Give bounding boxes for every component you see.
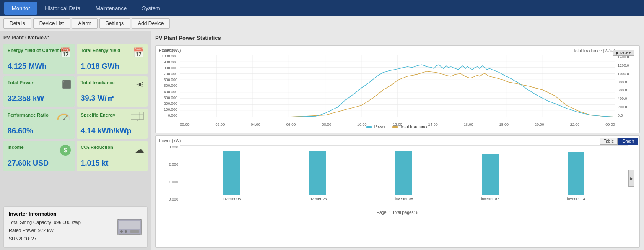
more-button[interactable]: ▶ MORE (613, 50, 634, 56)
legend-irradiance: Total Irradiance (392, 125, 428, 129)
kpi-performance-ratio-value: 86.60% (8, 127, 70, 135)
sub-tabs: Details Device List Alarm Settings Add D… (0, 16, 644, 31)
overview-title: PV Plant Overview: (3, 35, 148, 41)
svg-text:$: $ (64, 147, 67, 154)
legend-power-label: Power (374, 125, 386, 129)
kpi-energy-yield-day-value: 4.125 MWh (8, 62, 70, 71)
bar-08-rect (395, 151, 412, 195)
kpi-total-irradiance: Total Irradiance 39.3 W/㎡ ☀ (77, 76, 148, 107)
kpi-energy-yield-day: Energy Yield of Current Day 4.125 MWh 📅 (3, 44, 75, 74)
string-capacity-label: Total String Capacity: (9, 220, 52, 225)
nav-system[interactable]: System (134, 2, 167, 15)
kpi-co2-reduction-value: 1.015 kt (81, 159, 144, 168)
kpi-income: Income 27.60k USD $ (3, 141, 75, 171)
main-layout: PV Plant Overview: Energy Yield of Curre… (0, 31, 644, 250)
kpi-performance-ratio: Performance Ratio 86.60% (3, 109, 75, 139)
bar-07-label: inverter-07 (481, 197, 499, 201)
bar-05-label: inverter-05 (223, 197, 241, 201)
solar-panel-icon: ⬛ (62, 80, 71, 89)
tab-add-device[interactable]: Add Device (132, 18, 170, 29)
kpi-total-power-value: 32.358 kW (8, 94, 70, 103)
solar-panel2-icon (131, 112, 144, 123)
right-panel: PV Plant Power Statistics Power (kW) Tot… (151, 31, 644, 250)
left-panel: PV Plant Overview: Energy Yield of Curre… (0, 31, 151, 250)
nav-maintenance[interactable]: Maintenance (88, 2, 134, 15)
bar-y-axis-label: Power (kW) (159, 138, 181, 143)
y-axis-left: 1100.000 1000.000 900.000 800.000 700.00… (159, 48, 179, 117)
tab-alarm[interactable]: Alarm (72, 18, 97, 29)
kpi-co2-reduction-label: CO₂ Reduction (81, 144, 144, 150)
bar-inverter-23: inverter-23 (309, 151, 327, 201)
nav-monitor[interactable]: Monitor (4, 2, 37, 15)
inverter-info-box: Inverter Information Total String Capaci… (3, 206, 148, 248)
kpi-total-irradiance-value: 39.3 W/㎡ (81, 93, 144, 103)
sun2000-label: SUN2000: (9, 236, 30, 241)
bar-inverter-07: inverter-07 (481, 154, 499, 201)
nav-arrow[interactable]: ▶ (628, 170, 634, 187)
bar-chart-container: Table Graph Power (kW) 3.000 2.000 1.000… (155, 135, 640, 248)
tab-device-list[interactable]: Device List (33, 18, 70, 29)
inverter-details: Total String Capacity: 996.000 kWp Rated… (9, 219, 81, 243)
svg-line-1 (64, 115, 67, 120)
svg-point-14 (125, 230, 127, 233)
y-axis-right-label: Total Irradiance (W/㎡) (573, 48, 615, 54)
bar-23-label: inverter-23 (309, 197, 327, 201)
calendar-icon: 📅 (60, 47, 71, 58)
dollar-icon: $ (60, 144, 71, 159)
bar-07-rect (482, 154, 499, 195)
legend-power-color (366, 126, 372, 128)
bar-inverter-08: inverter-08 (395, 151, 413, 201)
bar-chart-wrap: Power (kW) 3.000 2.000 1.000 0.000 (159, 138, 636, 218)
cloud-icon: ☁ (135, 144, 144, 155)
bar-05-rect (223, 151, 240, 195)
kpi-co2-reduction: CO₂ Reduction 1.015 kt ☁ (77, 141, 148, 171)
power-chart-title: PV Plant Power Statistics (155, 35, 640, 41)
rated-power-label: Rated Power: (9, 228, 37, 233)
pagination: Page: 1 Total pages: 6 (377, 210, 418, 215)
sun-icon: ☀ (136, 80, 144, 91)
string-capacity-value: 996.000 kWp (54, 220, 81, 225)
chart-legend: Power Total Irradiance (366, 125, 429, 129)
bar-inverter-05: inverter-05 (223, 151, 241, 201)
kpi-specific-energy: Specific Energy 4.14 kWh/kWp (77, 109, 148, 139)
legend-irradiance-label: Total Irradiance (400, 125, 428, 129)
svg-rect-2 (131, 112, 143, 120)
nav-historical-data[interactable]: Historical Data (37, 2, 88, 15)
kpi-total-irradiance-label: Total Irradiance (81, 80, 144, 86)
kpi-total-energy-yield: Total Energy Yield 1.018 GWh 📅 (77, 44, 148, 74)
svg-rect-15 (130, 230, 139, 233)
kpi-total-power-label: Total Power (8, 80, 70, 86)
top-nav: Monitor Historical Data Maintenance Syst… (0, 0, 644, 16)
kpi-total-power: Total Power 32.358 kW ⬛ (3, 76, 75, 107)
inverter-title: Inverter Information (9, 211, 81, 217)
tab-details[interactable]: Details (3, 18, 31, 29)
kpi-specific-energy-value: 4.14 kWh/kWp (81, 127, 144, 135)
bar-23-rect (309, 151, 326, 195)
legend-power: Power (366, 125, 386, 129)
rated-power-value: 972 kW (38, 228, 54, 233)
svg-rect-12 (119, 221, 140, 229)
bar-inverter-14: inverter-14 (567, 152, 585, 201)
kpi-grid: Energy Yield of Current Day 4.125 MWh 📅 … (3, 44, 148, 171)
bar-14-label: inverter-14 (567, 197, 585, 201)
sun2000-value: 27 (31, 236, 36, 241)
kpi-total-energy-yield-value: 1.018 GWh (81, 62, 144, 71)
bar-14-rect (568, 152, 584, 195)
y-axis-right: 1400.0 1200.0 1000.0 800.0 600.0 400.0 2… (616, 55, 636, 117)
calendar2-icon: 📅 (133, 47, 144, 58)
tab-settings[interactable]: Settings (99, 18, 130, 29)
kpi-income-value: 27.60k USD (8, 159, 70, 168)
inverter-device-icon (117, 219, 142, 235)
bar-y-axis: 3.000 2.000 1.000 0.000 (159, 145, 180, 201)
line-chart-area (180, 55, 615, 117)
svg-point-13 (120, 230, 123, 233)
line-chart-container: Power (kW) Total Irradiance (W/㎡) 1100.0… (155, 45, 640, 133)
gauge-icon (56, 112, 71, 124)
bar-chart-area: inverter-05 inverter-23 inverter-08 inve… (180, 145, 628, 201)
bar-08-label: inverter-08 (395, 197, 413, 201)
line-chart-wrap: Power (kW) Total Irradiance (W/㎡) 1100.0… (159, 48, 636, 130)
legend-irradiance-color (392, 126, 398, 128)
